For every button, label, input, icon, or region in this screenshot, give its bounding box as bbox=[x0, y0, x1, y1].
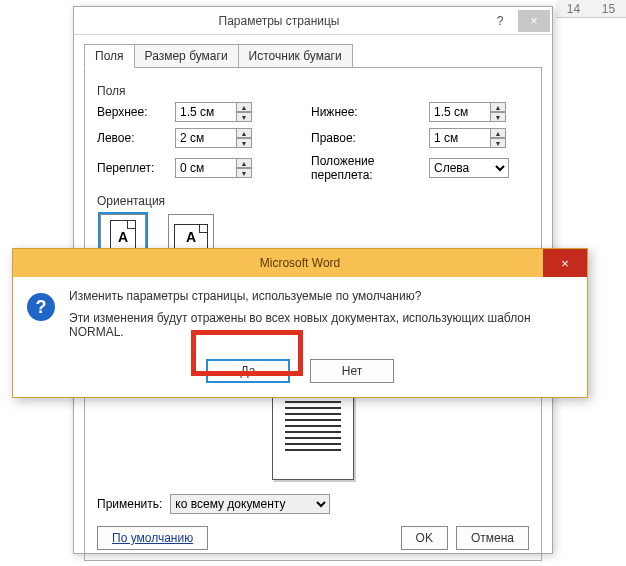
right-margin-input[interactable] bbox=[429, 128, 491, 148]
cancel-button[interactable]: Отмена bbox=[456, 526, 529, 550]
bottom-margin-input[interactable] bbox=[429, 102, 491, 122]
left-margin-input[interactable] bbox=[175, 128, 237, 148]
top-margin-input[interactable] bbox=[175, 102, 237, 122]
group-label-fields: Поля bbox=[97, 84, 529, 98]
msgbox-titlebar: Microsoft Word × bbox=[13, 249, 587, 277]
label-gutter: Переплет: bbox=[97, 161, 167, 175]
tabs: Поля Размер бумаги Источник бумаги bbox=[74, 35, 552, 67]
set-default-button[interactable]: По умолчанию bbox=[97, 526, 208, 550]
label-left: Левое: bbox=[97, 131, 167, 145]
label-gutter-pos: Положение переплета: bbox=[311, 154, 421, 182]
dialog-buttons: По умолчанию OK Отмена bbox=[97, 526, 529, 550]
msgbox-line1: Изменить параметры страницы, используемы… bbox=[69, 289, 573, 303]
gutter-spinner[interactable]: ▲▼ bbox=[175, 158, 265, 178]
msgbox-close-button[interactable]: × bbox=[543, 249, 587, 277]
ruler-fragment: 14 15 bbox=[556, 0, 626, 18]
spin-up-icon[interactable]: ▲ bbox=[491, 102, 506, 112]
spin-down-icon[interactable]: ▼ bbox=[237, 112, 252, 122]
ruler-mark: 14 bbox=[567, 2, 580, 16]
apply-label: Применить: bbox=[97, 497, 162, 511]
confirm-default-msgbox: Microsoft Word × ? Изменить параметры ст… bbox=[12, 248, 588, 398]
right-margin-spinner[interactable]: ▲▼ bbox=[429, 128, 509, 148]
no-button[interactable]: Нет bbox=[310, 359, 394, 383]
tab-margins[interactable]: Поля bbox=[84, 44, 135, 68]
msgbox-line2: Эти изменения будут отражены во всех нов… bbox=[69, 311, 573, 339]
yes-button[interactable]: Да bbox=[206, 359, 290, 383]
msgbox-text: Изменить параметры страницы, используемы… bbox=[69, 289, 573, 347]
left-margin-spinner[interactable]: ▲▼ bbox=[175, 128, 265, 148]
tab-paper-source[interactable]: Источник бумаги bbox=[238, 44, 353, 68]
label-right: Правое: bbox=[311, 131, 421, 145]
tab-paper-size[interactable]: Размер бумаги bbox=[134, 44, 239, 68]
spin-down-icon[interactable]: ▼ bbox=[491, 112, 506, 122]
msgbox-title: Microsoft Word bbox=[13, 256, 587, 270]
bottom-margin-spinner[interactable]: ▲▼ bbox=[429, 102, 509, 122]
titlebar: Параметры страницы ? × bbox=[74, 7, 552, 35]
margins-grid: Верхнее: ▲▼ Нижнее: ▲▼ Левое: ▲▼ Правое:… bbox=[97, 102, 529, 182]
msgbox-buttons: Да Нет bbox=[13, 359, 587, 397]
gutter-pos-select[interactable]: Слева bbox=[429, 158, 509, 178]
label-top: Верхнее: bbox=[97, 105, 167, 119]
ruler-mark: 15 bbox=[602, 2, 615, 16]
spin-up-icon[interactable]: ▲ bbox=[237, 128, 252, 138]
apply-select[interactable]: ко всему документу bbox=[170, 494, 330, 514]
spin-up-icon[interactable]: ▲ bbox=[237, 158, 252, 168]
gutter-input[interactable] bbox=[175, 158, 237, 178]
apply-row: Применить: ко всему документу bbox=[97, 494, 330, 514]
close-button[interactable]: × bbox=[518, 10, 550, 32]
question-icon: ? bbox=[27, 293, 55, 321]
spin-down-icon[interactable]: ▼ bbox=[491, 138, 506, 148]
spin-down-icon[interactable]: ▼ bbox=[237, 138, 252, 148]
spin-up-icon[interactable]: ▲ bbox=[491, 128, 506, 138]
dialog-title: Параметры страницы bbox=[74, 14, 484, 28]
ok-button[interactable]: OK bbox=[401, 526, 448, 550]
top-margin-spinner[interactable]: ▲▼ bbox=[175, 102, 265, 122]
help-button[interactable]: ? bbox=[484, 10, 516, 32]
spin-down-icon[interactable]: ▼ bbox=[237, 168, 252, 178]
label-bottom: Нижнее: bbox=[311, 105, 421, 119]
spin-up-icon[interactable]: ▲ bbox=[237, 102, 252, 112]
group-label-orientation: Ориентация bbox=[97, 194, 529, 208]
